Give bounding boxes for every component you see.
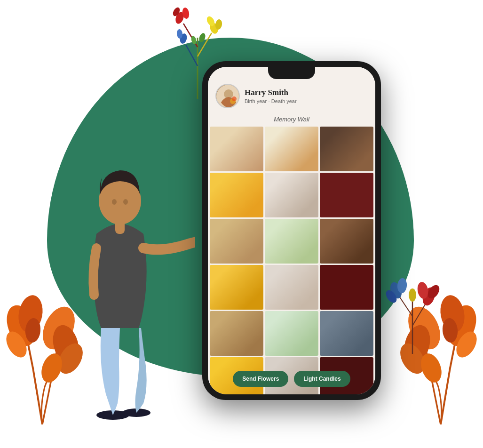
memory-wall-title: Memory Wall: [208, 114, 375, 127]
photo-cell[interactable]: [320, 219, 373, 264]
profile-dates: Birth year - Death year: [245, 98, 368, 104]
profile-name: Harry Smith: [245, 88, 368, 97]
person-illustration: [45, 83, 195, 422]
svg-point-45: [112, 199, 117, 205]
phone-buttons: Send Flowers Light Candles: [208, 371, 375, 387]
send-flowers-button[interactable]: Send Flowers: [233, 371, 288, 387]
phone-notch: [268, 67, 315, 79]
photo-cell[interactable]: [320, 173, 373, 217]
photo-cell[interactable]: [320, 127, 373, 171]
svg-line-9: [186, 45, 198, 66]
svg-line-31: [412, 302, 427, 326]
svg-point-12: [198, 32, 206, 43]
photo-cell[interactable]: [210, 311, 263, 356]
svg-point-50: [232, 96, 237, 101]
photo-cell[interactable]: [265, 127, 318, 171]
svg-point-39: [409, 288, 416, 302]
profile-info: Harry Smith Birth year - Death year: [245, 88, 368, 104]
photo-cell[interactable]: [265, 173, 318, 217]
photo-cell[interactable]: [265, 265, 318, 310]
photo-cell[interactable]: [320, 265, 373, 310]
photo-cell[interactable]: [210, 219, 263, 264]
photo-cell[interactable]: [265, 311, 318, 356]
photo-cell[interactable]: [210, 265, 263, 310]
photo-grid: [208, 127, 375, 394]
photo-cell[interactable]: [265, 219, 318, 264]
phone-screen: Harry Smith Birth year - Death year Memo…: [208, 67, 375, 394]
light-candles-button[interactable]: Light Candles: [294, 371, 350, 387]
svg-point-46: [123, 199, 128, 205]
avatar: [215, 84, 240, 108]
right-mid-plant: [380, 269, 445, 354]
photo-cell[interactable]: [210, 173, 263, 217]
phone-container: Harry Smith Birth year - Death year Memo…: [202, 61, 381, 400]
phone-outer: Harry Smith Birth year - Death year Memo…: [202, 61, 381, 400]
photo-cell[interactable]: [210, 127, 263, 171]
photo-cell[interactable]: [320, 311, 373, 356]
